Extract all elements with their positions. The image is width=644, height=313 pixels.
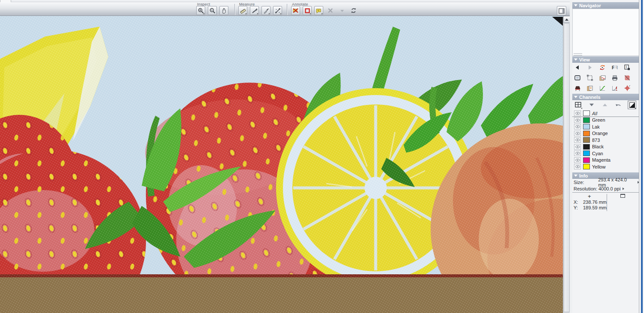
channel-row-magenta[interactable]: Magenta xyxy=(572,157,639,164)
visibility-toggle[interactable] xyxy=(574,124,581,129)
image-canvas[interactable] xyxy=(0,16,563,313)
next-view-button[interactable] xyxy=(586,64,594,71)
undo-channels-button[interactable] xyxy=(614,101,622,109)
svg-text:F: F xyxy=(612,65,614,70)
channel-row-all[interactable]: All xyxy=(572,110,639,117)
contrast-icon xyxy=(629,102,635,108)
note-annotation-button[interactable] xyxy=(314,6,323,15)
channel-row-orange[interactable]: Orange xyxy=(572,130,639,137)
scroll-up-button[interactable] xyxy=(563,16,570,23)
channel-name: Lak xyxy=(592,124,600,129)
y-label: Y: xyxy=(574,205,583,210)
channel-row-black[interactable]: Black xyxy=(572,144,639,150)
seamless-repeat-button[interactable] xyxy=(598,74,607,82)
print-button[interactable] xyxy=(611,74,619,82)
refresh-annotations-button[interactable] xyxy=(349,6,358,15)
visibility-toggle[interactable] xyxy=(574,131,581,136)
hide-annotations-icon xyxy=(292,8,299,14)
size-row: Size: 293.4 x 424.0 mm xyxy=(572,179,639,185)
registration-marks-button[interactable] xyxy=(623,84,632,92)
svg-text:I: I xyxy=(626,65,627,69)
cursor-y-row: Y: 189.59 mm xyxy=(574,205,607,210)
collapse-triangle-icon xyxy=(574,4,577,6)
x-value: 238.76 mm xyxy=(583,199,607,205)
window-border xyxy=(641,0,643,313)
measure-distance-button[interactable] xyxy=(273,6,282,15)
eye-icon xyxy=(575,165,580,168)
disclosure-icon[interactable] xyxy=(623,187,624,190)
svg-text:F: F xyxy=(615,65,618,70)
compare-documents-button[interactable] xyxy=(586,84,594,92)
dropdown-corner-icon xyxy=(321,13,322,14)
visibility-toggle[interactable] xyxy=(574,117,581,123)
view-panel-header[interactable]: View xyxy=(572,56,639,63)
toolbar-group-annotate: Annotate xyxy=(290,2,359,16)
previous-view-button[interactable] xyxy=(573,64,582,71)
channel-row-873[interactable]: 873 xyxy=(572,137,639,144)
channel-name: Yellow xyxy=(592,164,605,169)
invert-view-button[interactable]: I xyxy=(623,64,632,71)
right-dock: Navigator View F F xyxy=(572,0,639,313)
curve-warning-button[interactable] xyxy=(611,84,619,92)
channel-row-green[interactable]: Green xyxy=(572,117,639,124)
mirror-view-button[interactable]: F F xyxy=(611,64,619,71)
navigator-resize-handle[interactable] xyxy=(574,53,582,55)
annotation-options-icon xyxy=(340,8,345,13)
channel-swatch xyxy=(583,137,590,143)
rotate-view-icon xyxy=(599,64,605,71)
visibility-toggle[interactable] xyxy=(574,137,581,143)
show-mask-icon xyxy=(574,75,580,80)
channel-row-cyan[interactable]: Cyan xyxy=(572,150,639,157)
moire-grid-button[interactable] xyxy=(623,74,632,82)
show-mask-button[interactable] xyxy=(573,74,582,82)
channel-row-lak[interactable]: Lak xyxy=(572,123,639,130)
hide-annotations-button[interactable] xyxy=(291,6,300,15)
contrast-view-button[interactable] xyxy=(628,101,636,109)
visibility-toggle[interactable] xyxy=(574,157,581,163)
navigator-preview[interactable] xyxy=(572,9,639,56)
channel-row-yellow[interactable]: Yellow xyxy=(572,163,639,170)
rotate-view-button[interactable] xyxy=(598,64,607,71)
viewing-lamp-button[interactable] xyxy=(573,84,582,92)
caliper-button[interactable] xyxy=(250,6,259,15)
visibility-toggle[interactable] xyxy=(574,150,581,156)
eye-icon xyxy=(575,119,580,122)
channels-panel-header[interactable]: Channels xyxy=(572,94,639,100)
vertical-scrollbar[interactable] xyxy=(563,16,570,313)
zoom-out-icon xyxy=(210,8,216,14)
channel-name: All xyxy=(592,111,597,116)
visibility-toggle[interactable] xyxy=(574,164,581,169)
view-tool-grid: F F I xyxy=(572,63,639,93)
dropdown-corner-icon xyxy=(635,107,636,109)
dropdown-corner-icon xyxy=(310,13,311,14)
eye-icon xyxy=(575,145,580,148)
panel-toggle-button[interactable] xyxy=(557,6,566,15)
visibility-toggle[interactable] xyxy=(574,110,581,116)
visibility-toggle[interactable] xyxy=(574,144,581,150)
registration-marks-icon xyxy=(624,85,630,91)
selection-rect-icon xyxy=(620,194,625,198)
cursor-readout: + X: 238.76 mm Y: 189.59 mm xyxy=(572,193,639,212)
panel-toggle-icon xyxy=(559,8,565,14)
panel-title: View xyxy=(579,57,590,62)
zoom-in-button[interactable] xyxy=(196,6,205,15)
y-value: 189.59 mm xyxy=(583,205,607,210)
ruler-button[interactable] xyxy=(238,6,247,15)
eye-icon xyxy=(575,125,580,128)
dropdown-corner-icon xyxy=(245,13,246,14)
eyedropper-button[interactable] xyxy=(261,6,270,15)
pan-button[interactable] xyxy=(219,6,228,15)
next-view-icon xyxy=(587,65,592,70)
channel-table-button[interactable] xyxy=(574,101,582,109)
undo-icon xyxy=(615,102,621,107)
crop-marks-button[interactable] xyxy=(586,74,594,82)
scrollbar-thumb[interactable] xyxy=(564,23,570,312)
channel-swatch xyxy=(583,164,590,169)
tone-curve-button[interactable] xyxy=(598,84,607,92)
panel-title: Info xyxy=(579,173,588,178)
move-channel-down-button[interactable] xyxy=(588,101,595,109)
info-column-divider xyxy=(607,194,607,211)
zoom-out-button[interactable] xyxy=(208,6,217,15)
navigator-panel-header[interactable]: Navigator xyxy=(572,2,639,9)
rectangle-annotation-button[interactable] xyxy=(303,6,312,15)
